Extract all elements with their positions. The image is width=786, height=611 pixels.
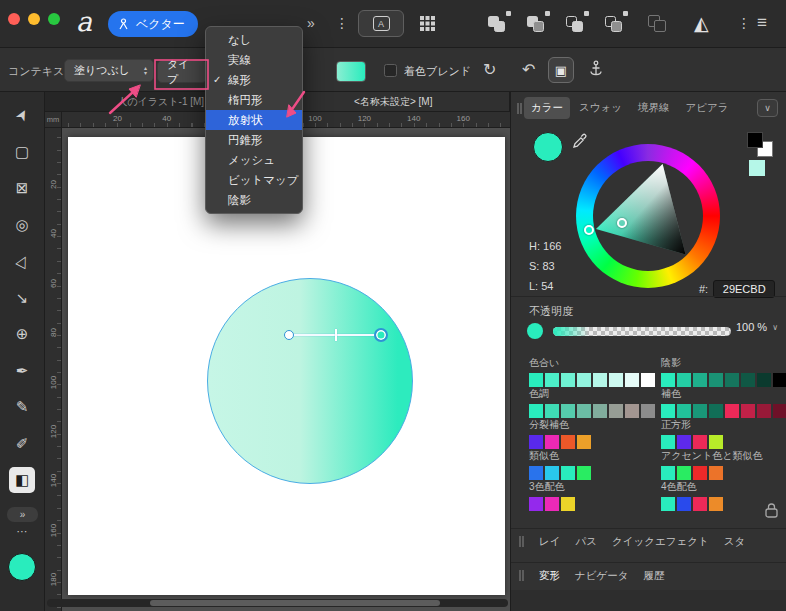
toolbar-more-icon[interactable]: ⋮ — [335, 15, 349, 31]
color-swatch[interactable] — [757, 373, 771, 387]
color-swatch[interactable] — [529, 497, 543, 511]
color-swatch[interactable] — [561, 404, 575, 418]
color-swatch[interactable] — [677, 404, 691, 418]
toolbar-dots-icon[interactable]: ⋮ — [737, 15, 751, 31]
opacity-color-circle[interactable] — [527, 323, 543, 339]
color-swatch[interactable] — [677, 373, 691, 387]
color-swatch[interactable] — [641, 373, 655, 387]
eyedropper-icon[interactable] — [571, 133, 588, 150]
point-transform-tool[interactable]: ↘ — [9, 285, 35, 311]
menu-item-bitmap[interactable]: ビットマップ — [206, 170, 302, 190]
grid-icon[interactable] — [420, 16, 435, 35]
color-swatch[interactable] — [561, 497, 575, 511]
color-swatch[interactable] — [741, 373, 755, 387]
color-swatch[interactable] — [693, 466, 707, 480]
menu-item-radial[interactable]: 放射状 — [206, 110, 302, 130]
color-swatch[interactable] — [757, 404, 771, 418]
panel-tab-row2-0[interactable]: 変形 — [539, 569, 560, 583]
boolean-intersect-button[interactable] — [566, 15, 586, 32]
panel-tab-3[interactable]: アピアラ — [678, 97, 735, 119]
move-tool[interactable]: ➤ — [4, 97, 39, 132]
panel-drag-handle[interactable] — [519, 570, 524, 581]
scrollbar-thumb[interactable] — [150, 600, 440, 606]
vector-persona-button[interactable]: ベクター — [108, 11, 198, 37]
mint-swatch[interactable] — [749, 160, 765, 176]
panel-tab-row2-1[interactable]: ナビゲータ — [575, 569, 628, 583]
color-swatch[interactable] — [529, 404, 543, 418]
panel-tab-row1-0[interactable]: レイ — [539, 535, 561, 549]
fill-gradient-tool[interactable]: ◧ — [9, 467, 35, 493]
color-swatch[interactable] — [577, 466, 591, 480]
color-swatch[interactable] — [693, 404, 707, 418]
color-swatch[interactable] — [693, 435, 707, 449]
transform-origin-tool[interactable]: ⊕ — [9, 321, 35, 347]
current-fill-color-indicator[interactable] — [8, 553, 36, 581]
color-swatch[interactable] — [625, 373, 639, 387]
tools-more-button[interactable]: ⋯ — [7, 525, 38, 538]
color-swatch[interactable] — [529, 373, 543, 387]
gradient-fill-swatch[interactable] — [336, 61, 366, 82]
gradient-circle-shape[interactable] — [207, 278, 413, 484]
color-swatch[interactable] — [545, 404, 559, 418]
color-swatch[interactable] — [609, 373, 623, 387]
color-swatch[interactable] — [677, 435, 691, 449]
color-swatch[interactable] — [709, 404, 723, 418]
rotate-gradient-icon[interactable]: ↻ — [483, 60, 496, 79]
color-swatch[interactable] — [529, 435, 543, 449]
boolean-divide-button[interactable] — [605, 15, 625, 32]
color-swatch[interactable] — [577, 404, 591, 418]
menu-item-shading[interactable]: 陰影 — [206, 190, 302, 210]
color-swatch[interactable] — [661, 435, 675, 449]
panel-tab-2[interactable]: 境界線 — [631, 97, 677, 119]
artboard-tool[interactable]: ▢ — [9, 139, 35, 165]
color-swatch[interactable] — [661, 466, 675, 480]
color-swatch[interactable] — [725, 404, 739, 418]
color-swatch[interactable] — [661, 497, 675, 511]
horizontal-scrollbar[interactable] — [47, 599, 508, 607]
anchor-icon[interactable] — [589, 60, 603, 78]
gradient-start-handle[interactable] — [284, 330, 294, 340]
alignment-icon[interactable]: ≡ — [757, 13, 767, 33]
document-tab-1[interactable]: <名称未設定> [M] — [278, 92, 511, 111]
gradient-type-dropdown[interactable]: タイプ — [157, 60, 207, 83]
color-swatch[interactable] — [545, 466, 559, 480]
color-swatch[interactable] — [641, 404, 655, 418]
color-swatch[interactable] — [693, 373, 707, 387]
color-swatch[interactable] — [577, 373, 591, 387]
menu-item-mesh[interactable]: メッシュ — [206, 150, 302, 170]
color-swatch[interactable] — [545, 435, 559, 449]
color-swatch[interactable] — [609, 404, 623, 418]
color-swatch[interactable] — [561, 466, 575, 480]
color-swatch[interactable] — [741, 404, 755, 418]
color-swatch[interactable] — [677, 466, 691, 480]
color-swatch[interactable] — [529, 466, 543, 480]
panel-tab-row1-2[interactable]: クイックエフェクト — [612, 535, 709, 549]
reverse-gradient-icon[interactable]: ↶ — [522, 60, 535, 79]
transform-box-button[interactable]: ▣ — [548, 57, 574, 83]
duplicate-pages-icon[interactable] — [648, 15, 668, 32]
color-swatch[interactable] — [625, 404, 639, 418]
close-window-button[interactable] — [8, 13, 20, 25]
color-swatch[interactable] — [709, 466, 723, 480]
menu-item-solid[interactable]: 実線 — [206, 50, 302, 70]
color-swatch[interactable] — [773, 404, 786, 418]
node-tool[interactable]: ▷ — [4, 243, 39, 278]
pen-tool[interactable]: ✒ — [9, 358, 35, 384]
panel-tab-row1-3[interactable]: スタ — [724, 535, 746, 549]
gradient-midpoint-handle[interactable] — [335, 329, 337, 341]
lock-icon[interactable] — [765, 502, 778, 518]
panel-drag-handle[interactable] — [519, 536, 524, 547]
color-swatch[interactable] — [693, 497, 707, 511]
opacity-slider[interactable] — [553, 327, 731, 336]
color-swatch[interactable] — [661, 373, 675, 387]
color-swatch[interactable] — [773, 373, 786, 387]
triangle-marker[interactable] — [617, 218, 627, 228]
colorize-blend-checkbox[interactable] — [384, 64, 397, 77]
color-swatch[interactable] — [561, 373, 575, 387]
context-toolbar-toggle-button[interactable]: A — [358, 10, 404, 37]
color-swatch[interactable] — [593, 373, 607, 387]
pencil-tool[interactable]: ✎ — [9, 394, 35, 420]
fill-dropdown[interactable]: 塗りつぶし ▴▾ — [64, 59, 154, 82]
opacity-value-dropdown[interactable]: 100 % ∨ — [736, 321, 778, 333]
panel-tab-row1-1[interactable]: パス — [576, 535, 598, 549]
